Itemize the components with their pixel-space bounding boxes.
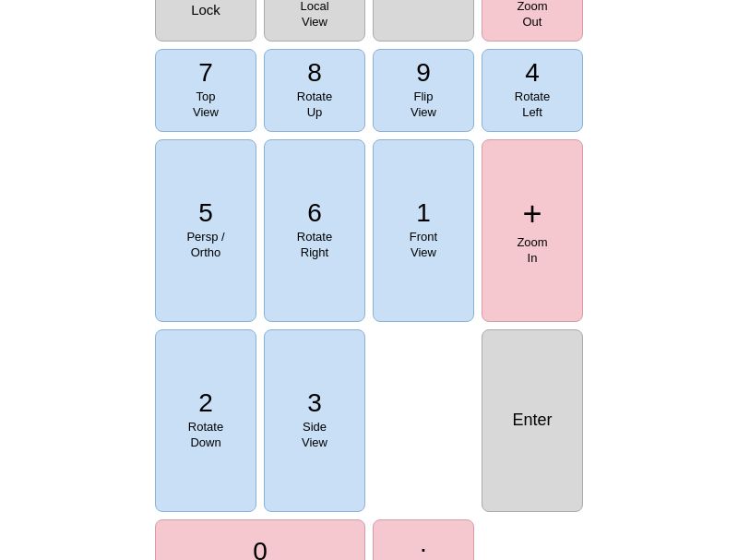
five-num: 5 [198, 199, 213, 228]
key-three[interactable]: 3 SideView [264, 329, 365, 512]
key-eight[interactable]: 8 RotateUp [264, 49, 365, 132]
key-seven[interactable]: 7 TopView [155, 49, 256, 132]
key-one[interactable]: 1 FrontView [373, 139, 474, 322]
asterisk-num: * [419, 0, 429, 14]
eight-label: RotateUp [297, 89, 332, 121]
enter-label: Enter [512, 411, 552, 430]
one-num: 1 [416, 199, 431, 228]
key-numlock[interactable]: NumLock [155, 0, 256, 42]
key-nine[interactable]: 9 FlipView [373, 49, 474, 132]
four-label: RotateLeft [515, 89, 550, 121]
two-label: RotateDown [188, 420, 223, 451]
zero-num: 0 [253, 538, 268, 560]
six-label: RotateRight [297, 230, 332, 261]
key-two[interactable]: 2 RotateDown [155, 329, 256, 512]
key-asterisk[interactable]: * [373, 0, 474, 42]
key-four[interactable]: 4 RotateLeft [482, 49, 583, 132]
seven-num: 7 [198, 59, 213, 88]
three-label: SideView [302, 420, 327, 451]
plus-symbol: + [522, 195, 542, 233]
six-num: 6 [307, 199, 322, 228]
slash-label: LocalView [300, 0, 328, 30]
eight-num: 8 [307, 59, 322, 88]
numlock-label: NumLock [191, 0, 220, 18]
seven-label: TopView [193, 89, 219, 121]
plus-label: ZoomIn [517, 235, 547, 267]
nine-num: 9 [416, 59, 431, 88]
four-num: 4 [525, 59, 540, 88]
numpad: NumLock / LocalView * - ZoomOut 7 TopVie… [137, 0, 601, 560]
key-dot[interactable]: . FrameSelected [373, 519, 474, 561]
three-num: 3 [307, 389, 322, 418]
nine-label: FlipView [411, 89, 436, 121]
five-label: Persp /Ortho [186, 230, 224, 261]
one-label: FrontView [410, 230, 437, 261]
key-zero[interactable]: 0 Camera View [155, 519, 365, 561]
key-six[interactable]: 6 RotateRight [264, 139, 365, 322]
key-slash[interactable]: / LocalView [264, 0, 365, 42]
key-five[interactable]: 5 Persp /Ortho [155, 139, 256, 322]
two-num: 2 [198, 389, 213, 418]
key-enter[interactable]: Enter [482, 329, 583, 512]
key-plus[interactable]: + ZoomIn [482, 139, 583, 322]
dot-num: . [420, 530, 427, 558]
minus-label: ZoomOut [517, 0, 547, 30]
key-minus[interactable]: - ZoomOut [482, 0, 583, 42]
